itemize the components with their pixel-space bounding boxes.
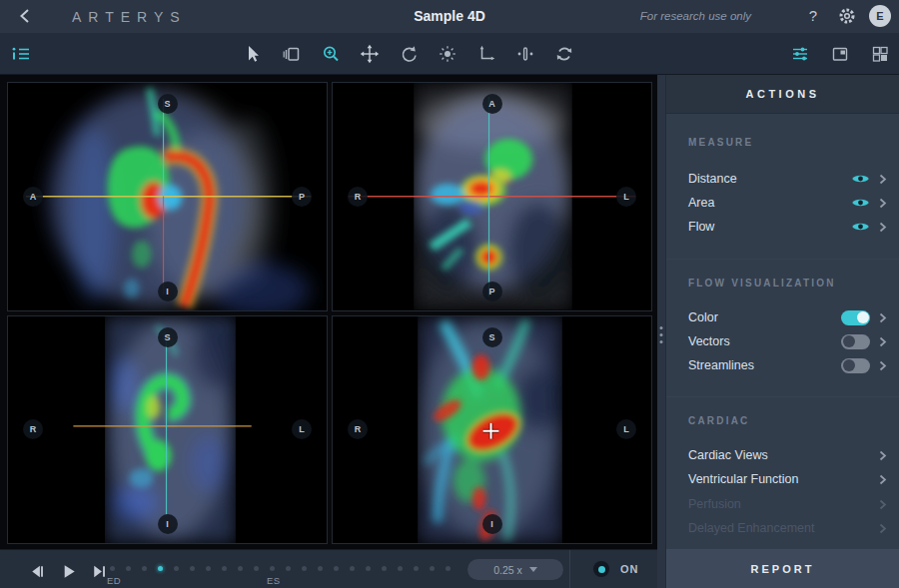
playback-controls — [26, 560, 110, 582]
timeline-dot[interactable] — [174, 566, 179, 571]
timeline-dot[interactable] — [350, 566, 355, 571]
orientation-marker: A — [23, 187, 43, 207]
measure-area-row[interactable]: Area — [666, 192, 899, 214]
timeline-dot[interactable] — [334, 566, 339, 571]
viewport-sagittal[interactable]: S A P I — [7, 82, 328, 311]
vectors-toggle[interactable] — [841, 334, 870, 349]
timeline-dot[interactable] — [126, 566, 131, 571]
cardiac-views-row[interactable]: Cardiac Views — [666, 444, 899, 466]
timeline-dot[interactable] — [270, 566, 275, 571]
chevron-right-icon[interactable] — [879, 450, 887, 461]
tool-group-main — [242, 33, 575, 75]
orientation-marker: I — [158, 282, 178, 301]
adjustments-icon — [790, 44, 810, 64]
color-toggle[interactable] — [841, 310, 870, 325]
viewport-volume[interactable]: S R L I — [332, 315, 652, 545]
timeline-dot[interactable] — [190, 566, 195, 571]
step-back-button[interactable] — [26, 560, 48, 582]
stack-icon — [282, 44, 302, 64]
back-button[interactable] — [16, 6, 36, 26]
eye-icon[interactable] — [851, 197, 870, 209]
row-label: Cardiac Views — [688, 448, 768, 462]
panel-layout-button[interactable] — [829, 43, 851, 65]
eye-icon[interactable] — [851, 221, 870, 233]
chevron-right-icon[interactable] — [879, 312, 887, 323]
rotate-tool-button[interactable] — [398, 43, 420, 65]
orientation-marker: S — [158, 94, 178, 114]
chevron-right-icon[interactable] — [879, 474, 887, 485]
speed-selector[interactable]: 0.25 x — [467, 559, 563, 580]
report-button[interactable]: REPORT — [666, 549, 899, 588]
timeline-dot[interactable] — [142, 566, 147, 571]
zoom-tool-button[interactable] — [320, 43, 342, 65]
chevron-left-icon — [16, 6, 36, 26]
chevron-right-icon[interactable] — [879, 360, 887, 371]
ventricular-function-row[interactable]: Ventricular Function — [666, 468, 899, 490]
timeline-dot[interactable] — [382, 566, 387, 571]
orientation-marker: S — [482, 327, 502, 347]
pan-tool-button[interactable] — [359, 43, 381, 65]
measure-distance-row[interactable]: Distance — [666, 168, 899, 190]
coronal-flow-image — [8, 316, 327, 544]
timeline-dot[interactable] — [366, 566, 371, 571]
timeline-dot[interactable] — [398, 566, 403, 571]
chevron-right-icon[interactable] — [879, 336, 887, 347]
axes-tool-button[interactable] — [475, 43, 497, 65]
sync-tool-button[interactable] — [553, 43, 575, 65]
settings-button[interactable] — [837, 6, 857, 30]
viewport-coronal[interactable]: S R L I — [7, 315, 328, 545]
slice-tool-button[interactable] — [514, 43, 536, 65]
timeline-dot[interactable] — [206, 566, 211, 571]
timeline[interactable]: ED ES — [110, 550, 479, 588]
grid-layout-button[interactable] — [869, 43, 891, 65]
chevron-right-icon[interactable] — [879, 198, 887, 209]
orientation-marker: S — [158, 327, 178, 347]
slice-icon — [515, 44, 535, 64]
timeline-dot[interactable] — [110, 566, 115, 571]
pointer-tool-button[interactable] — [242, 43, 264, 65]
stack-tool-button[interactable] — [281, 43, 303, 65]
flow-streamlines-row[interactable]: Streamlines — [666, 354, 899, 376]
help-button[interactable]: ? — [809, 7, 817, 24]
avatar[interactable]: E — [869, 5, 891, 27]
top-bar: ARTERYS Sample 4D For research use only … — [0, 0, 899, 33]
timeline-dot[interactable] — [318, 566, 323, 571]
timeline-dot[interactable] — [430, 566, 435, 571]
timeline-dot[interactable] — [286, 566, 291, 571]
actions-panel: ACTIONS MEASURE Distance Area Flow FLOW … — [665, 75, 899, 588]
axes-icon — [476, 44, 496, 64]
eye-icon[interactable] — [851, 173, 870, 185]
streamlines-toggle[interactable] — [841, 358, 870, 373]
timeline-dot[interactable] — [222, 566, 227, 571]
timeline-dot[interactable] — [254, 566, 259, 571]
row-label: Distance — [688, 172, 737, 186]
chevron-right-icon[interactable] — [879, 222, 887, 233]
step-forward-icon — [90, 562, 109, 581]
panel-resize-handle[interactable] — [657, 75, 665, 588]
playback-bar: ED ES 0.25 x ON — [0, 549, 657, 588]
timeline-dot[interactable] — [414, 566, 419, 571]
volume-flow-image — [333, 316, 651, 544]
flow-vectors-row[interactable]: Vectors — [666, 330, 899, 352]
pan-icon — [360, 44, 380, 64]
cine-on-control[interactable]: ON — [593, 561, 639, 577]
axial-flow-image — [333, 83, 651, 310]
timeline-dot[interactable] — [446, 566, 450, 571]
viewport-axial[interactable]: A R L P — [332, 82, 652, 311]
play-icon — [59, 562, 78, 581]
section-divider — [666, 396, 899, 397]
timeline-dot[interactable] — [302, 566, 307, 571]
brightness-icon — [438, 44, 457, 64]
measure-flow-row[interactable]: Flow — [666, 216, 899, 238]
speed-label: 0.25 x — [493, 564, 522, 576]
chevron-right-icon[interactable] — [879, 174, 887, 185]
timeline-dot[interactable] — [158, 566, 163, 571]
flow-color-row[interactable]: Color — [666, 306, 899, 328]
orientation-marker: R — [348, 187, 368, 207]
chevron-right-icon — [879, 499, 887, 510]
series-info-button[interactable] — [10, 43, 32, 65]
play-button[interactable] — [57, 560, 79, 582]
adjustments-button[interactable] — [789, 43, 811, 65]
brightness-tool-button[interactable] — [437, 43, 458, 65]
timeline-dot[interactable] — [238, 566, 243, 571]
